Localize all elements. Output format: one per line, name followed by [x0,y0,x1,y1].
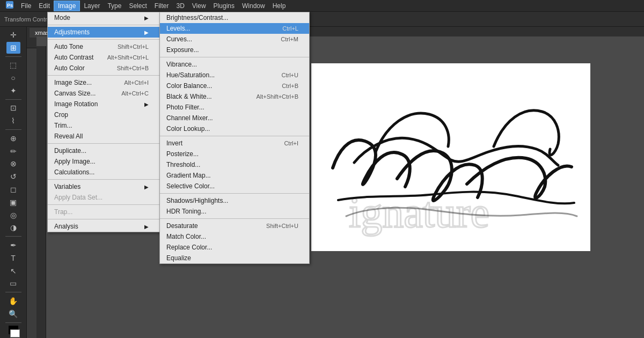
menu-ps[interactable]: Ps [2,0,17,11]
adj-threshold[interactable]: Threshold... [160,159,309,170]
zoom-tool[interactable]: 🔍 [6,308,20,320]
ruler-vertical [36,46,46,338]
adj-invert[interactable]: Invert Ctrl+I [160,138,309,149]
adj-hdr-toning[interactable]: HDR Toning... [160,206,309,217]
stamp-tool[interactable]: ⊗ [6,158,20,170]
adj-shadows-highlights[interactable]: Shadows/Highlights... [160,195,309,206]
adj-vibrance[interactable]: Vibrance... [160,59,309,70]
menu-image-size[interactable]: Image Size... Alt+Ctrl+I [48,77,159,88]
eyedropper-tool[interactable]: ⌇ [6,115,20,127]
type-tool[interactable]: T [6,252,20,264]
menu-adjustments[interactable]: Adjustments ▶ [48,27,159,38]
menu-image-rotation[interactable]: Image Rotation ▶ [48,99,159,109]
menu-window[interactable]: Window [238,1,269,11]
gradient-tool[interactable]: ▣ [6,196,20,208]
menu-calculations[interactable]: Calculations... [48,167,159,178]
toolbar-divider-4 [5,236,21,237]
menu-trap: Trap... [48,207,159,217]
adj-gradient-map[interactable]: Gradient Map... [160,170,309,181]
adj-curves[interactable]: Curves... Ctrl+M [160,34,309,45]
menu-trim[interactable]: Trim... [48,120,159,131]
sep-4 [48,143,159,144]
dodge-tool[interactable]: ◑ [6,222,20,233]
svg-text:ignature: ignature [349,189,489,236]
menu-analysis[interactable]: Analysis ▶ [48,221,159,232]
adj-sep-2 [160,136,309,136]
shape-tool[interactable]: ▭ [6,277,20,289]
adj-replace-color[interactable]: Replace Color... [160,242,309,253]
adj-photo-filter[interactable]: Photo Filter... [160,102,309,113]
healing-brush-tool[interactable]: ⊕ [6,133,20,144]
menu-apply-image[interactable]: Apply Image... [48,156,159,167]
adj-posterize[interactable]: Posterize... [160,149,309,159]
toolbar-divider-5 [5,292,21,292]
adj-equalize[interactable]: Equalize [160,253,309,263]
menu-crop[interactable]: Crop [48,109,159,120]
svg-text:Ps: Ps [7,3,13,8]
sep-7 [48,219,159,219]
move-tool[interactable]: ✛ [6,29,20,41]
menu-auto-tone[interactable]: Auto Tone Shift+Ctrl+L [48,41,159,52]
menu-file[interactable]: File [17,1,35,11]
adj-brightness-contrast[interactable]: Brightness/Contrast... [160,12,309,23]
adj-sep-3 [160,193,309,194]
marquee-tool[interactable]: ⬚ [6,59,20,71]
adjustments-submenu: Brightness/Contrast... Levels... Ctrl+L … [159,12,310,264]
toolbar-divider-3 [5,129,21,130]
background-color[interactable] [10,329,20,337]
adj-exposure[interactable]: Exposure... [160,45,309,55]
crop-tool[interactable]: ⊡ [6,102,20,114]
menu-auto-contrast[interactable]: Auto Contrast Alt+Shift+Ctrl+L [48,52,159,63]
menu-select[interactable]: Select [125,1,150,11]
left-toolbar: ✛ ⊞ ⬚ ○ ✦ ⊡ ⌇ ⊕ ✏ ⊗ ↺ ◻ ▣ ◎ ◑ ✒ T ↖ ▭ ✋ … [0,27,27,338]
toolbar-divider-1 [5,56,21,57]
menu-mode[interactable]: Mode ▶ [48,12,159,23]
menu-view[interactable]: View [188,1,210,11]
menu-type[interactable]: Type [104,1,125,11]
menu-help[interactable]: Help [269,1,290,11]
menu-3d[interactable]: 3D [172,1,188,11]
sep-2 [48,39,159,40]
adj-selective-color[interactable]: Selective Color... [160,181,309,192]
sep-5 [48,179,159,180]
adj-color-lookup[interactable]: Color Lookup... [160,123,309,134]
adj-levels[interactable]: Levels... Ctrl+L [160,23,309,34]
adj-sep-1 [160,57,309,57]
menu-auto-color[interactable]: Auto Color Shift+Ctrl+B [48,63,159,74]
sep-1 [48,25,159,25]
sep-6 [48,204,159,205]
menu-reveal-all[interactable]: Reveal All [48,131,159,142]
blur-tool[interactable]: ◎ [6,209,20,221]
signature-svg: ignature [322,71,580,243]
history-brush-tool[interactable]: ↺ [6,171,20,182]
adj-channel-mixer[interactable]: Channel Mixer... [160,113,309,123]
path-selection-tool[interactable]: ↖ [6,265,20,277]
variables-arrow: ▶ [144,184,149,190]
artboard-tool[interactable]: ⊞ [6,42,20,54]
menu-plugins[interactable]: Plugins [210,1,238,11]
adj-black-white[interactable]: Black & White... Alt+Shift+Ctrl+B [160,91,309,102]
menu-layer[interactable]: Layer [80,1,104,11]
hand-tool[interactable]: ✋ [6,295,20,307]
menu-bar: Ps File Edit Image Layer Type Select Fil… [0,0,644,12]
magic-wand-tool[interactable]: ✦ [6,85,20,97]
menu-duplicate[interactable]: Duplicate... [48,145,159,156]
eraser-tool[interactable]: ◻ [6,183,20,195]
menu-canvas-size[interactable]: Canvas Size... Alt+Ctrl+C [48,88,159,99]
adj-desaturate[interactable]: Desaturate Shift+Ctrl+U [160,221,309,231]
menu-filter[interactable]: Filter [151,1,173,11]
adj-match-color[interactable]: Match Color... [160,231,309,242]
image-rotation-arrow: ▶ [144,101,149,107]
lasso-tool[interactable]: ○ [6,72,20,84]
adj-sep-4 [160,218,309,219]
brush-tool[interactable]: ✏ [6,145,20,157]
adj-color-balance[interactable]: Color Balance... Ctrl+B [160,80,309,91]
menu-image[interactable]: Image [54,1,80,11]
menu-edit[interactable]: Edit [35,1,54,11]
toolbar-divider-6 [5,322,21,323]
adjustments-arrow: ▶ [144,30,149,35]
menu-variables[interactable]: Variables ▶ [48,181,159,192]
pen-tool[interactable]: ✒ [6,239,20,251]
toolbar-divider-2 [5,99,21,100]
adj-hue-saturation[interactable]: Hue/Saturation... Ctrl+U [160,70,309,80]
